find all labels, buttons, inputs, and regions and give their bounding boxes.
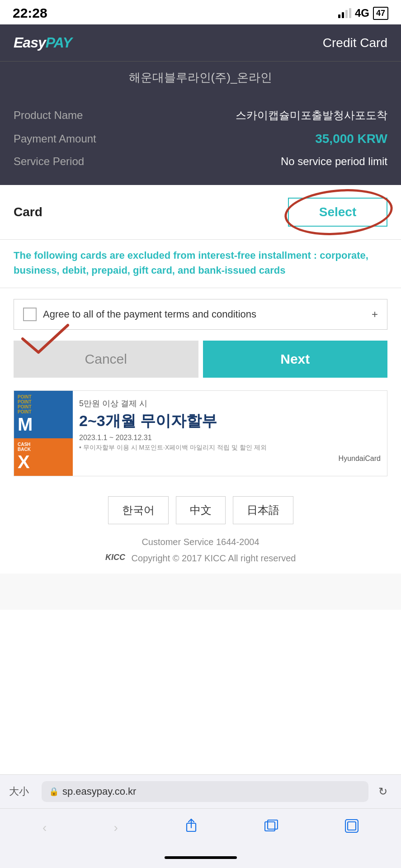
payment-amount-value: 35,000 KRW: [315, 132, 387, 146]
card-label: Card: [14, 205, 42, 219]
svg-rect-5: [348, 822, 356, 830]
share-button[interactable]: [178, 815, 205, 840]
banner-small-text: 5만원 이상 결제 시: [79, 398, 381, 409]
product-name-label: Product Name: [14, 109, 83, 122]
annotation-checkmark: [18, 321, 72, 357]
logo-pay: PAY: [46, 34, 72, 51]
logo: EasyPAY: [14, 34, 72, 51]
kicc-logo-svg: KICC: [105, 552, 128, 562]
url-bar[interactable]: 🔒 sp.easypay.co.kr: [42, 781, 368, 802]
payment-amount-label: Payment Amount: [14, 133, 96, 145]
service-period-value: No service period limit: [281, 155, 387, 168]
merchant-bar: 해운대블루라인(주)_온라인: [0, 61, 401, 94]
lang-korean-button[interactable]: 한국어: [108, 496, 169, 524]
main-content: Card Select The following cards are excl…: [0, 185, 401, 774]
tabs-button[interactable]: [338, 816, 366, 840]
banner-note: • 무이자할부 이용 시 M포인트·X페이백 마일리지 적립 및 할인 제외: [79, 444, 381, 452]
status-bar: 22:28 4G 47: [0, 0, 401, 24]
tabs-icon: [345, 819, 359, 833]
status-time: 22:28: [13, 5, 47, 21]
lock-icon: 🔒: [49, 787, 59, 797]
banner-main-text: 2~3개월 무이자할부: [79, 412, 381, 430]
browser-bar: 大小 🔒 sp.easypay.co.kr ↻: [0, 774, 401, 808]
next-button[interactable]: Next: [203, 341, 388, 378]
product-info: Product Name 스카이캡슐미포출발청사포도착 Payment Amou…: [0, 94, 401, 185]
refresh-icon[interactable]: ↻: [374, 785, 392, 798]
payment-amount-row: Payment Amount 35,000 KRW: [14, 127, 387, 151]
home-indicator: [165, 856, 237, 859]
bookmarks-button[interactable]: [257, 816, 285, 839]
bookmarks-icon: [264, 820, 278, 832]
url-text: sp.easypay.co.kr: [62, 786, 136, 797]
select-card-button[interactable]: Select: [288, 198, 387, 227]
bottom-nav: ‹ ›: [0, 808, 401, 849]
font-size-control[interactable]: 大小: [9, 785, 36, 798]
product-name-row: Product Name 스카이캡슐미포출발청사포도착: [14, 104, 387, 127]
banner-point-text: POINTPOINTPOINTPOINT: [18, 394, 32, 414]
lang-japanese-button[interactable]: 日本語: [233, 496, 293, 524]
service-period-label: Service Period: [14, 155, 84, 168]
banner-ad: POINTPOINTPOINTPOINT M CASHBACK X 5만원 이상…: [14, 390, 387, 476]
customer-service: Customer Service 1644-2004: [9, 537, 392, 547]
card-section: Card Select: [0, 185, 401, 240]
language-section: 한국어 中文 日本語: [0, 487, 401, 533]
lang-chinese-button[interactable]: 中文: [176, 496, 226, 524]
logo-easy: Easy: [14, 34, 46, 51]
spacer: [0, 574, 401, 610]
back-button[interactable]: ‹: [35, 817, 54, 839]
banner-m-section: POINTPOINTPOINTPOINT M: [14, 391, 73, 438]
service-period-row: Service Period No service period limit: [14, 151, 387, 172]
share-icon: [185, 819, 198, 833]
terms-section: Agree to all of the payment terms and co…: [0, 288, 401, 341]
terms-left: Agree to all of the payment terms and co…: [23, 308, 256, 321]
signal-icon: [338, 8, 351, 18]
copyright-row: KICC Copyright © 2017 KICC All right res…: [0, 549, 401, 574]
copyright-text: Copyright © 2017 KICC All right reserved: [132, 553, 296, 564]
status-right: 4G 47: [338, 7, 388, 20]
network-type: 4G: [355, 7, 369, 19]
svg-text:KICC: KICC: [105, 553, 126, 562]
notice-text: The following cards are excluded from in…: [0, 240, 401, 288]
banner-brand: HyundaiCard: [79, 455, 381, 463]
battery-indicator: 47: [373, 7, 388, 20]
banner-cashback-text: CASHBACK: [18, 442, 31, 452]
banner-date: 2023.1.1 ~ 2023.12.31: [79, 434, 381, 442]
banner-right: 5만원 이상 결제 시 2~3개월 무이자할부 2023.1.1 ~ 2023.…: [73, 391, 387, 476]
banner-x-section: CASHBACK X: [14, 438, 73, 476]
app-header: EasyPAY Credit Card: [0, 24, 401, 61]
banner-x-letter: X: [18, 452, 30, 472]
banner-left: POINTPOINTPOINTPOINT M CASHBACK X: [14, 391, 73, 476]
banner-m-letter: M: [18, 414, 33, 435]
terms-expand-icon[interactable]: +: [372, 308, 378, 321]
kicc-logo: KICC: [105, 552, 128, 564]
terms-checkbox[interactable]: [23, 308, 37, 321]
merchant-name: 해운대블루라인(주)_온라인: [129, 71, 273, 84]
product-name-value: 스카이캡슐미포출발청사포도착: [236, 108, 387, 123]
forward-button[interactable]: ›: [106, 817, 125, 839]
footer: Customer Service 1644-2004: [0, 533, 401, 549]
header-title: Credit Card: [323, 36, 387, 50]
terms-label: Agree to all of the payment terms and co…: [43, 308, 256, 320]
